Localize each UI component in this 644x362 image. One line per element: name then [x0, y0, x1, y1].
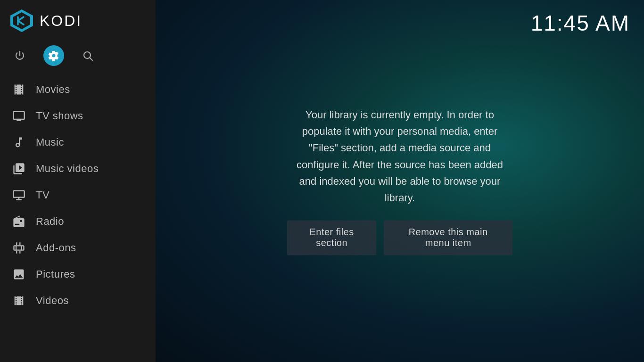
nav-label-videos: Videos — [36, 295, 69, 307]
nav-item-tv-shows[interactable]: TV shows — [0, 103, 156, 129]
nav-label-movies: Movies — [36, 83, 70, 96]
svg-line-6 — [90, 58, 93, 61]
main-content: 11:45 AM Your library is currently empty… — [156, 0, 644, 362]
kodi-logo-icon — [9, 8, 34, 33]
radio-icon — [11, 214, 26, 229]
nav-item-music-videos[interactable]: Music videos — [0, 156, 156, 182]
addons-icon — [11, 240, 26, 255]
sidebar: KODI — [0, 0, 156, 362]
logo-area: KODI — [0, 0, 156, 41]
nav-label-tv-shows: TV shows — [36, 110, 83, 122]
content-center: Your library is currently empty. In orde… — [278, 107, 522, 255]
remove-menu-item-button[interactable]: Remove this main menu item — [384, 221, 512, 255]
videos-icon — [11, 293, 26, 308]
nav-item-add-ons[interactable]: Add-ons — [0, 235, 156, 261]
nav-label-pictures: Pictures — [36, 268, 75, 280]
search-button[interactable] — [77, 45, 98, 66]
nav-label-music: Music — [36, 136, 64, 148]
nav-item-videos[interactable]: Videos — [0, 288, 156, 314]
nav-label-radio: Radio — [36, 215, 64, 228]
clock-display: 11:45 AM — [531, 10, 630, 36]
library-empty-message: Your library is currently empty. In orde… — [287, 107, 512, 206]
nav-label-music-videos: Music videos — [36, 163, 99, 175]
nav-label-tv: TV — [36, 189, 50, 201]
nav-item-movies[interactable]: Movies — [0, 76, 156, 103]
enter-files-button[interactable]: Enter files section — [287, 221, 376, 255]
nav-item-tv[interactable]: TV — [0, 182, 156, 208]
top-icons-bar — [0, 41, 156, 74]
app-title: KODI — [40, 12, 82, 30]
tv-icon — [11, 188, 26, 203]
nav-item-radio[interactable]: Radio — [0, 208, 156, 235]
nav-item-music[interactable]: Music — [0, 129, 156, 156]
power-button[interactable] — [9, 45, 30, 66]
main-nav: Movies TV shows Music — [0, 74, 156, 362]
music-icon — [11, 135, 26, 150]
nav-label-add-ons: Add-ons — [36, 242, 76, 254]
action-buttons: Enter files section Remove this main men… — [287, 221, 512, 255]
settings-button[interactable] — [43, 45, 64, 66]
movies-icon — [11, 82, 26, 97]
music-videos-icon — [11, 161, 26, 176]
tv-shows-icon — [11, 108, 26, 123]
pictures-icon — [11, 267, 26, 282]
nav-item-pictures[interactable]: Pictures — [0, 261, 156, 288]
